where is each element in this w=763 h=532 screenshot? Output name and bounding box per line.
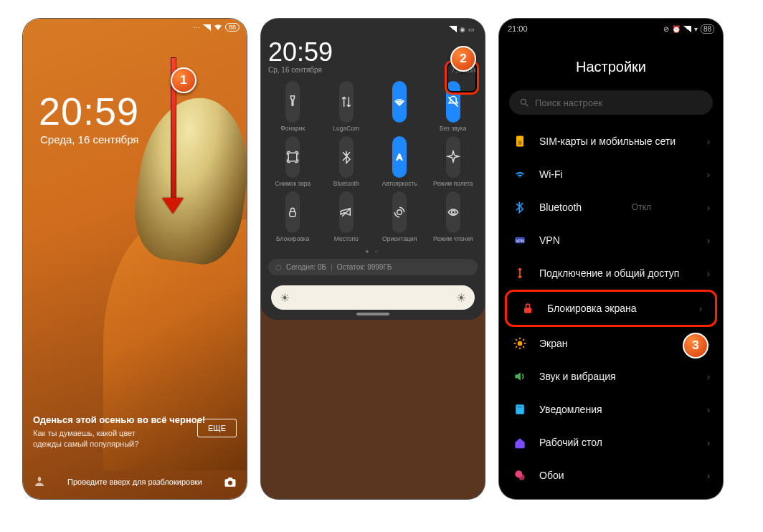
wifi-icon: ◉ <box>460 26 465 33</box>
settings-row-lock[interactable]: Блокировка экрана› <box>505 290 717 327</box>
status-time: 21:00 <box>508 24 528 34</box>
step-badge-3: 3 <box>683 333 708 358</box>
tile-location[interactable] <box>339 191 354 233</box>
row-label: Блокировка экрана <box>547 303 637 314</box>
tile-flashlight[interactable] <box>285 81 300 123</box>
row-label: Wi-Fi <box>539 168 563 180</box>
svg-rect-11 <box>524 308 531 313</box>
more-button[interactable]: ЕЩЕ <box>197 419 237 437</box>
data-usage-bar[interactable]: ◌ Сегодня: 0Б | Остаток: 9999ГБ <box>268 259 478 275</box>
svg-point-3 <box>397 210 402 215</box>
tile-wifi[interactable] <box>392 81 407 123</box>
tile-read[interactable] <box>446 191 460 233</box>
lock-icon <box>520 300 536 316</box>
camera-icon[interactable] <box>224 476 237 488</box>
chevron-right-icon: › <box>707 169 710 180</box>
svg-line-6 <box>526 104 529 107</box>
tile-bluetooth[interactable] <box>339 136 354 178</box>
settings-row-sound[interactable]: Звук и вибрация› <box>499 360 723 393</box>
tile-label: Режим полета <box>433 180 473 187</box>
tile-screenshot[interactable] <box>285 136 300 178</box>
svg-rect-2 <box>290 212 295 217</box>
svg-point-24 <box>518 474 524 480</box>
settings-row-sim[interactable]: SIM-карты и мобильные сети› <box>499 125 723 158</box>
wifi-icon: ▾ <box>694 25 698 33</box>
chevron-right-icon: › <box>707 371 710 382</box>
battery-indicator: 88 <box>225 23 240 32</box>
page-dots: ● ○ <box>268 248 478 255</box>
row-label: Подключение и общий доступ <box>539 267 679 279</box>
tile-airplane[interactable] <box>446 136 460 178</box>
settings-search[interactable]: Поиск настроек <box>509 90 713 115</box>
chevron-right-icon: › <box>707 437 710 448</box>
alarm-icon: ⏰ <box>672 25 681 33</box>
tile-lock[interactable] <box>285 191 300 233</box>
row-label: Уведомления <box>539 404 602 415</box>
row-label: Bluetooth <box>539 201 582 213</box>
tile-rotate[interactable] <box>392 191 407 233</box>
svg-rect-0 <box>288 153 297 161</box>
settings-row-notif[interactable]: Уведомления› <box>499 393 723 426</box>
row-label: SIM-карты и мобильные сети <box>539 136 676 147</box>
battery-icon: ▭ <box>468 26 475 33</box>
row-label: Экран <box>539 338 568 349</box>
tile-label: Режим чтения <box>433 235 473 242</box>
svg-point-12 <box>518 341 523 346</box>
tile-label: Блокировка <box>276 235 309 242</box>
chevron-right-icon: › <box>707 136 710 147</box>
brightness-high-icon: ☀ <box>456 291 466 305</box>
tile-autobright[interactable]: A <box>392 136 407 178</box>
row-label: Звук и вибрация <box>539 371 616 382</box>
tile-label: Ориентация <box>382 235 417 242</box>
chevron-right-icon: › <box>699 303 702 314</box>
svg-rect-21 <box>516 404 524 414</box>
tile-label: Bluetooth <box>333 180 359 187</box>
shade-handle[interactable] <box>356 313 389 315</box>
settings-list: SIM-карты и мобильные сети›Wi-Fi›Bluetoo… <box>499 125 723 499</box>
dnd-icon: ⊘ <box>663 25 669 33</box>
display-icon <box>512 336 528 351</box>
sim-icon <box>512 133 528 149</box>
signal-icon <box>449 26 457 32</box>
chevron-right-icon: › <box>707 404 710 415</box>
settings-row-wallpaper[interactable]: Обои› <box>499 459 723 492</box>
promo-subtitle: Как ты думаешь, какой цвет одежды самый … <box>33 428 162 449</box>
chevron-right-icon: › <box>707 235 710 246</box>
tile-label: LugaCom <box>333 125 359 132</box>
settings-row-wifi[interactable]: Wi-Fi› <box>499 158 723 191</box>
wifi-icon <box>512 166 528 182</box>
svg-point-4 <box>451 211 455 214</box>
settings-row-share[interactable]: Подключение и общий доступ› <box>499 257 723 290</box>
shade-date: Ср, 16 сентября <box>268 66 322 74</box>
settings-screen: 21:00 ⊘ ⏰ ▾ 88 Настройки Поиск настроек … <box>499 19 723 499</box>
svg-point-5 <box>521 99 526 104</box>
svg-rect-22 <box>518 407 523 408</box>
share-icon <box>512 265 528 281</box>
lockscreen: ⋯ 88 20:59 Среда, 16 сентября Оденься эт… <box>23 19 247 499</box>
chevron-right-icon: › <box>707 202 710 213</box>
row-label: Обои <box>539 470 564 481</box>
vpn-icon: VPN <box>512 232 528 248</box>
notification-shade: ◉ ▭ 20:59 Ср, 16 сентября 7,3 КБ/с Фонар… <box>261 19 485 499</box>
settings-row-vpn[interactable]: VPNVPN› <box>499 224 723 257</box>
search-placeholder: Поиск настроек <box>535 98 602 108</box>
tile-label: Без звука <box>440 125 467 132</box>
row-label: Рабочий стол <box>539 437 602 448</box>
theme-icon[interactable] <box>33 475 46 488</box>
lock-promo: Оденься этой осенью во всё черное! Как т… <box>33 414 237 449</box>
search-icon <box>519 98 529 108</box>
data-today: Сегодня: 0Б <box>286 263 326 271</box>
sound-icon <box>512 369 528 384</box>
tile-data[interactable] <box>339 81 354 123</box>
step-badge-1: 1 <box>171 67 196 93</box>
brightness-slider[interactable]: ☀︎ ☀ <box>271 285 475 310</box>
settings-row-bluetooth[interactable]: BluetoothОткл› <box>499 191 723 224</box>
settings-row-home[interactable]: Рабочий стол› <box>499 426 723 459</box>
svg-rect-8 <box>518 141 522 145</box>
svg-line-19 <box>523 339 524 341</box>
tile-label: Фонарик <box>280 125 305 132</box>
settings-title: Настройки <box>499 59 723 75</box>
chevron-right-icon: › <box>707 470 710 481</box>
volte-icon: ⋯ <box>193 24 200 32</box>
status-bar: ◉ ▭ <box>268 24 478 37</box>
